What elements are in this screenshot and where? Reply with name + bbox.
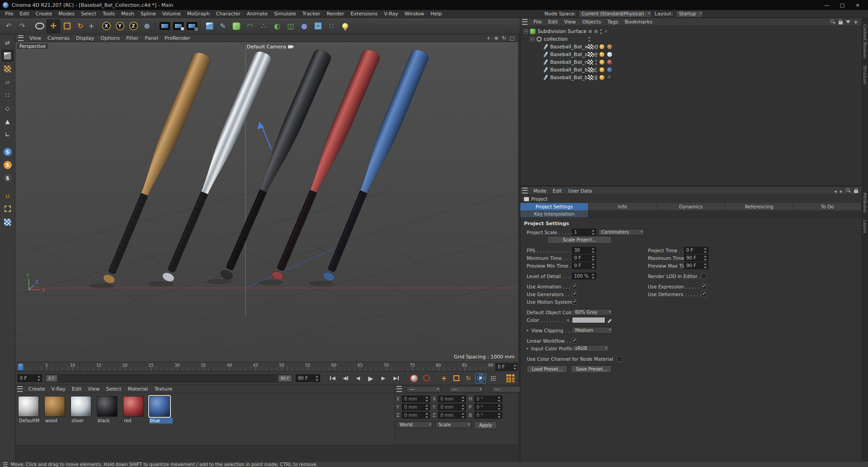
project-scale-unit-dropdown[interactable]: Centimeters bbox=[598, 229, 644, 236]
menu-simulate[interactable]: Simulate bbox=[271, 11, 299, 17]
material-tag-icon[interactable] bbox=[607, 75, 613, 80]
viewport-menu-prorender[interactable]: ProRender bbox=[161, 35, 193, 41]
menu-render[interactable]: Render bbox=[323, 11, 347, 17]
phong-tag-icon[interactable] bbox=[599, 67, 605, 73]
render-view-icon[interactable] bbox=[158, 19, 171, 33]
node-space-dropdown[interactable]: Current (Standard/Physical) bbox=[579, 10, 652, 18]
use-generators-checkbox[interactable] bbox=[572, 292, 577, 297]
preview-range-slider[interactable]: 0 F 90 F bbox=[45, 374, 292, 382]
menu-tracker[interactable]: Tracker bbox=[299, 11, 324, 17]
undo-icon[interactable]: ↶ bbox=[2, 19, 15, 33]
lock-icon[interactable] bbox=[854, 190, 858, 193]
current-frame-field[interactable]: 0 F bbox=[18, 374, 42, 382]
coord-position-z-field[interactable]: 0 mm bbox=[402, 412, 430, 419]
fps-field[interactable]: 30 bbox=[572, 247, 596, 254]
render-settings-icon[interactable] bbox=[185, 19, 198, 33]
material-menu-texture[interactable]: Texture bbox=[151, 386, 175, 392]
texture-mode-icon[interactable] bbox=[2, 63, 14, 75]
bend-deformer-icon[interactable]: ◠ bbox=[243, 19, 257, 33]
menu-create[interactable]: Create bbox=[33, 11, 56, 17]
max-frame-field[interactable]: 90 F bbox=[296, 374, 320, 382]
menu-v-ray[interactable]: V-Ray bbox=[381, 11, 401, 17]
redo-icon[interactable]: ↷ bbox=[15, 19, 29, 33]
viewport-canvas[interactable]: YXZ Perspective Default Camera Grid Spac… bbox=[15, 42, 518, 362]
visibility-dots-icon[interactable] bbox=[595, 60, 597, 65]
material-menu-v-ray[interactable]: V-Ray bbox=[48, 386, 69, 392]
rotate-tool-icon[interactable]: ↻ bbox=[74, 19, 87, 33]
object-manager-menu-tags[interactable]: Tags bbox=[604, 19, 621, 25]
keying-settings-button[interactable] bbox=[505, 373, 516, 383]
axis-lock-y-icon[interactable]: Y bbox=[113, 19, 127, 33]
use-color-channel-checkbox[interactable] bbox=[617, 356, 622, 362]
visibility-dots-icon[interactable] bbox=[588, 37, 590, 42]
viewport-menu-filter[interactable]: Filter bbox=[123, 35, 142, 41]
coord-size-x-field[interactable]: 0 mm bbox=[438, 396, 466, 402]
timeline-ruler[interactable]: 0 F 051015202530354045505560657075808590 bbox=[15, 362, 518, 372]
color-swatch[interactable] bbox=[572, 317, 605, 323]
material-tag-icon[interactable] bbox=[607, 67, 613, 73]
apply-button[interactable]: Apply bbox=[474, 421, 497, 429]
workplane-mode-icon[interactable]: ▱ bbox=[2, 76, 14, 88]
display-mode-icon[interactable] bbox=[588, 75, 593, 80]
boole-generator-icon[interactable]: ◐ bbox=[270, 19, 284, 33]
previous-key-button[interactable]: ◀ bbox=[340, 373, 351, 383]
make-editable-icon[interactable]: ⇄ bbox=[2, 37, 14, 48]
cloner-icon[interactable] bbox=[311, 19, 325, 33]
side-tab-structure[interactable]: Structure bbox=[862, 62, 868, 88]
zoom-view-icon[interactable]: ⊕ bbox=[494, 35, 498, 41]
live-selection-icon[interactable] bbox=[33, 19, 47, 33]
material-menu-icon[interactable] bbox=[17, 386, 23, 392]
enable-axis-icon[interactable]: ∟ bbox=[2, 128, 14, 140]
record-active-objects-button[interactable] bbox=[409, 373, 420, 383]
coordinate-menu-icon[interactable] bbox=[396, 386, 402, 392]
spinner-icon[interactable] bbox=[38, 376, 41, 381]
material-defaultm[interactable]: DefaultM bbox=[18, 396, 42, 424]
add-icon[interactable] bbox=[854, 19, 858, 25]
enabled-check-icon[interactable]: ✓ bbox=[604, 28, 608, 34]
attribute-menu-mode[interactable]: Mode bbox=[530, 188, 550, 193]
viewport-menu-cameras[interactable]: Cameras bbox=[44, 35, 73, 41]
workplane-snapping-icon[interactable] bbox=[2, 216, 14, 228]
render-lod-checkbox[interactable] bbox=[701, 274, 707, 279]
layer-box-icon[interactable] bbox=[588, 29, 592, 33]
tab-dynamics[interactable]: Dynamics bbox=[657, 203, 725, 210]
keyframe-position-button[interactable]: + bbox=[439, 373, 449, 383]
viewport-menu-display[interactable]: Display bbox=[73, 35, 98, 41]
coord-size-z-field[interactable]: 0 mm bbox=[438, 412, 466, 419]
project-scale-field[interactable]: 1 bbox=[572, 229, 596, 236]
light-icon[interactable] bbox=[338, 19, 352, 33]
scale-tool-icon[interactable] bbox=[60, 19, 74, 33]
tab-referencing[interactable]: Referencing bbox=[725, 203, 793, 210]
material-black[interactable]: black bbox=[97, 396, 120, 424]
default-object-color-dropdown[interactable]: 60% Gray bbox=[572, 309, 613, 316]
material-tag-icon[interactable] bbox=[607, 52, 613, 57]
coord-rotation-h-field[interactable]: 0 ° bbox=[474, 396, 502, 402]
render-to-picture-viewer-icon[interactable] bbox=[171, 19, 185, 33]
object-manager-menu-bookmarks[interactable]: Bookmarks bbox=[622, 19, 656, 25]
add-cube-icon[interactable] bbox=[203, 19, 216, 33]
axis-lock-x-icon[interactable]: X bbox=[99, 19, 113, 33]
material-thumbnail[interactable] bbox=[123, 396, 144, 417]
tree-row-subdivision-surface[interactable]: Subdivision Surface✓ bbox=[520, 28, 862, 35]
coordinate-system-icon[interactable]: ⊕ bbox=[140, 19, 154, 33]
menu-help[interactable]: Help bbox=[427, 11, 445, 17]
visibility-dots-icon[interactable] bbox=[595, 52, 597, 57]
object-manager-menu-view[interactable]: View bbox=[561, 19, 579, 25]
material-red[interactable]: red bbox=[123, 396, 146, 424]
material-thumbnail[interactable] bbox=[149, 396, 170, 417]
material-thumbnail[interactable] bbox=[44, 396, 65, 417]
coord-position-x-field[interactable]: 0 mm bbox=[402, 396, 430, 402]
display-mode-icon[interactable] bbox=[588, 52, 593, 57]
preview-min-time-field[interactable]: 0 F bbox=[572, 262, 596, 269]
display-mode-icon[interactable] bbox=[588, 60, 593, 65]
phong-tag-icon[interactable] bbox=[599, 52, 605, 57]
menu-mesh[interactable]: Mesh bbox=[118, 11, 137, 17]
symmetry-generator-icon[interactable]: ◫ bbox=[284, 19, 297, 33]
array-generator-icon[interactable]: ∴ bbox=[257, 19, 270, 33]
move-tool-icon[interactable]: + bbox=[47, 19, 60, 33]
attribute-menu-user-data[interactable]: User Data bbox=[565, 188, 595, 193]
search-icon[interactable] bbox=[846, 188, 851, 193]
load-preset-button[interactable]: Load Preset... bbox=[527, 365, 567, 373]
search-icon[interactable] bbox=[830, 19, 835, 24]
phong-tag-icon[interactable] bbox=[599, 75, 605, 80]
